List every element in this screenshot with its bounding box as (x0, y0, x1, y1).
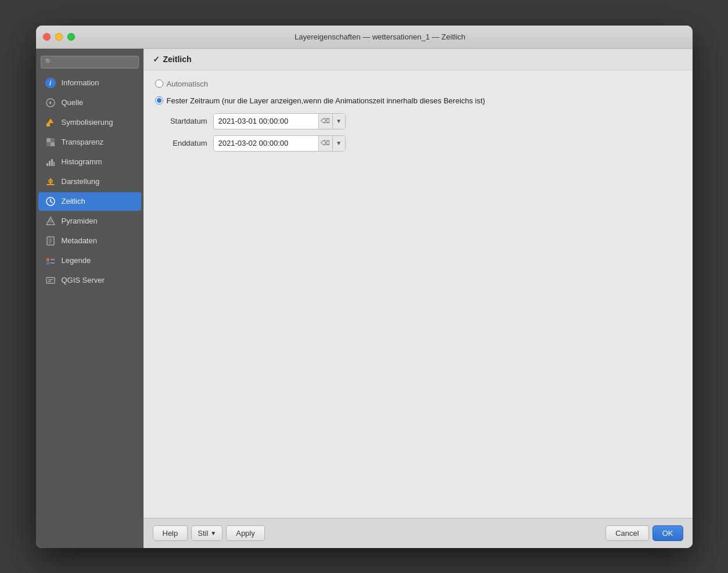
svg-rect-28 (46, 278, 55, 283)
startdatum-label: Startdatum (155, 117, 207, 125)
symbolisierung-icon (44, 116, 57, 129)
svg-rect-1 (46, 123, 50, 127)
fixed-range-radio[interactable] (155, 96, 163, 104)
pyramiden-icon (44, 215, 57, 228)
sidebar-label-legende: Legende (62, 256, 91, 265)
svg-rect-3 (46, 138, 51, 142)
enddatum-dropdown-button[interactable]: ▼ (332, 136, 345, 151)
sidebar-label-histogramm: Histogramm (62, 157, 102, 166)
svg-line-16 (51, 201, 52, 203)
sidebar-item-histogramm[interactable]: Histogramm (38, 153, 141, 171)
automatisch-row: Automatisch (155, 80, 681, 88)
main-panel: ✓ Zeitlich Automatisch Fester Zeitraum (… (144, 49, 693, 548)
sidebar-item-legende[interactable]: Legende (38, 251, 141, 270)
startdatum-clear-button[interactable]: ⌫ (318, 114, 332, 129)
traffic-lights (43, 33, 75, 41)
enddatum-input[interactable] (214, 136, 318, 150)
legende-icon (44, 254, 57, 267)
svg-rect-7 (46, 163, 48, 166)
sidebar-label-zeitlich: Zeitlich (62, 197, 85, 206)
panel-content: Automatisch Fester Zeitraum (nur die Lay… (144, 70, 693, 518)
content-area: 🔍 i Information Quelle Symbolisierung (36, 49, 693, 548)
window-title: Layereigenschaften — wettersationen_1 — … (75, 33, 686, 41)
bottom-bar: Help Stil ▼ Apply Cancel OK (144, 518, 693, 548)
cancel-button[interactable]: Cancel (605, 525, 648, 541)
sidebar-item-qgis-server[interactable]: QGIS Server (38, 271, 141, 290)
close-button[interactable] (43, 33, 51, 41)
sidebar-item-metadaten[interactable]: Metadaten (38, 232, 141, 250)
sidebar-label-darstellung: Darstellung (62, 177, 100, 186)
maximize-button[interactable] (67, 33, 75, 41)
sidebar-item-transparenz[interactable]: Transparenz (38, 133, 141, 152)
svg-rect-25 (46, 262, 49, 265)
sidebar-label-information: Information (62, 78, 99, 87)
zeitlich-icon (44, 195, 57, 208)
enddatum-row: Enddatum ⌫ ▼ (155, 135, 681, 152)
startdatum-dropdown-button[interactable]: ▼ (332, 114, 345, 129)
sidebar-item-quelle[interactable]: Quelle (38, 93, 141, 112)
histogramm-icon (44, 156, 57, 168)
startdatum-input-group: ⌫ ▼ (213, 113, 346, 129)
sidebar: 🔍 i Information Quelle Symbolisierung (36, 49, 144, 548)
svg-rect-29 (48, 279, 53, 280)
qgis-server-icon (44, 274, 57, 287)
fixed-range-label: Fester Zeitraum (nur die Layer anzeigen,… (167, 96, 485, 105)
search-box[interactable]: 🔍 (41, 56, 139, 69)
stil-label: Stil (198, 529, 208, 538)
svg-rect-4 (51, 138, 55, 142)
svg-marker-17 (46, 217, 55, 225)
stil-dropdown-icon: ▼ (210, 530, 216, 536)
search-icon: 🔍 (45, 58, 53, 66)
svg-rect-6 (51, 142, 55, 146)
panel-title: Zeitlich (163, 55, 192, 64)
quelle-icon (44, 96, 57, 109)
svg-rect-30 (48, 281, 51, 282)
enddatum-input-group: ⌫ ▼ (213, 135, 346, 152)
startdatum-input[interactable] (214, 114, 318, 128)
automatisch-label: Automatisch (167, 80, 209, 88)
sidebar-label-transparenz: Transparenz (62, 138, 104, 146)
enddatum-clear-button[interactable]: ⌫ (318, 136, 332, 151)
sidebar-label-metadaten: Metadaten (62, 236, 97, 245)
transparenz-icon (44, 136, 57, 149)
stil-button[interactable]: Stil ▼ (191, 525, 223, 541)
help-button[interactable]: Help (153, 525, 188, 541)
svg-rect-24 (46, 258, 49, 261)
minimize-button[interactable] (55, 33, 63, 41)
titlebar: Layereigenschaften — wettersationen_1 — … (36, 26, 693, 49)
enddatum-label: Enddatum (155, 139, 207, 147)
svg-rect-10 (53, 162, 55, 166)
sidebar-item-zeitlich[interactable]: Zeitlich (38, 192, 141, 211)
darstellung-icon (44, 175, 57, 188)
ok-button[interactable]: OK (652, 525, 683, 541)
svg-rect-8 (49, 161, 51, 166)
sidebar-label-symbolisierung: Symbolisierung (62, 118, 113, 127)
zeitlich-checkmark[interactable]: ✓ (153, 55, 160, 64)
svg-rect-5 (46, 142, 51, 146)
information-icon: i (44, 77, 57, 89)
sidebar-label-qgis-server: QGIS Server (62, 276, 105, 284)
sidebar-label-quelle: Quelle (62, 98, 84, 107)
automatisch-radio[interactable] (155, 80, 163, 88)
sidebar-item-symbolisierung[interactable]: Symbolisierung (38, 113, 141, 132)
sidebar-item-information[interactable]: i Information (38, 74, 141, 92)
main-window: Layereigenschaften — wettersationen_1 — … (36, 26, 693, 548)
apply-button[interactable]: Apply (226, 525, 265, 541)
fixed-range-row: Fester Zeitraum (nur die Layer anzeigen,… (155, 96, 681, 105)
sidebar-label-pyramiden: Pyramiden (62, 217, 98, 225)
sidebar-item-darstellung[interactable]: Darstellung (38, 172, 141, 191)
svg-rect-9 (51, 159, 53, 166)
panel-header: ✓ Zeitlich (144, 49, 693, 70)
metadaten-icon (44, 235, 57, 247)
sidebar-item-pyramiden[interactable]: Pyramiden (38, 212, 141, 230)
svg-marker-2 (48, 118, 53, 123)
startdatum-row: Startdatum ⌫ ▼ (155, 113, 681, 129)
